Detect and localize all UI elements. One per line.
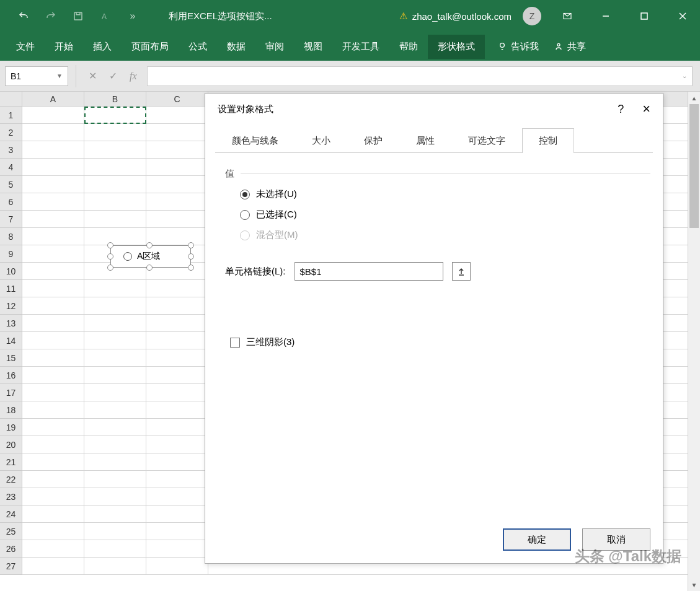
row-header[interactable]: 20 <box>0 436 22 453</box>
row-header[interactable]: 16 <box>0 367 22 384</box>
formula-input[interactable]: ⌄ <box>147 66 693 86</box>
resize-handle[interactable] <box>107 253 113 260</box>
minimize-icon[interactable] <box>588 0 623 32</box>
share-label: 共享 <box>567 41 586 53</box>
row-header[interactable]: 17 <box>0 384 22 401</box>
undo-icon[interactable] <box>12 5 35 27</box>
tell-me[interactable]: 告诉我 <box>497 41 539 53</box>
row-header[interactable]: 18 <box>0 401 22 419</box>
row-header[interactable]: 26 <box>0 540 22 558</box>
resize-handle[interactable] <box>188 242 194 248</box>
row-header[interactable]: 3 <box>0 141 22 159</box>
tab-insert[interactable]: 插入 <box>83 35 122 59</box>
tab-shapeformat[interactable]: 形状格式 <box>428 35 485 59</box>
row-header[interactable]: 24 <box>0 506 22 523</box>
scroll-down-icon[interactable]: ▼ <box>688 579 700 591</box>
row-header[interactable]: 27 <box>0 558 22 575</box>
dlg-tab-colors[interactable]: 颜色与线条 <box>215 128 295 153</box>
row-header[interactable]: 21 <box>0 453 22 471</box>
dlg-tab-properties[interactable]: 属性 <box>399 128 451 153</box>
tab-formulas[interactable]: 公式 <box>179 35 217 59</box>
col-header[interactable]: C <box>146 92 208 106</box>
resize-handle[interactable] <box>107 265 113 271</box>
row-header[interactable]: 9 <box>0 245 22 263</box>
resize-handle[interactable] <box>188 265 194 271</box>
row-header[interactable]: 23 <box>0 488 22 506</box>
maximize-icon[interactable] <box>627 0 662 32</box>
row-header[interactable]: 12 <box>0 297 22 315</box>
radio-unselected[interactable]: 未选择(U) <box>240 188 650 200</box>
row-header[interactable]: 14 <box>0 332 22 349</box>
expand-fbar-icon[interactable]: ⌄ <box>682 72 687 79</box>
save-icon[interactable] <box>67 5 89 27</box>
tab-developer[interactable]: 开发工具 <box>332 35 389 59</box>
close-icon[interactable] <box>665 0 700 32</box>
radio-mixed: 混合型(M) <box>240 229 650 241</box>
avatar[interactable]: Z <box>523 7 541 25</box>
tab-view[interactable]: 视图 <box>294 35 332 59</box>
cancel-formula-icon[interactable]: ✕ <box>89 70 97 82</box>
scroll-up-icon[interactable]: ▲ <box>688 92 700 104</box>
ok-button[interactable]: 确定 <box>503 528 571 551</box>
checkbox-icon <box>230 338 240 348</box>
tab-review[interactable]: 审阅 <box>255 35 294 59</box>
formula-bar-row: B1 ▼ ✕ ✓ fx ⌄ <box>0 61 700 92</box>
dlg-tab-size[interactable]: 大小 <box>295 128 347 153</box>
shadow3d-checkbox[interactable]: 三维阴影(3) <box>230 336 650 348</box>
share-button[interactable]: 共享 <box>554 41 586 53</box>
radio-icon <box>240 190 250 199</box>
tab-file[interactable]: 文件 <box>6 35 45 59</box>
row-header[interactable]: 22 <box>0 471 22 488</box>
dlg-tab-protection[interactable]: 保护 <box>347 128 399 153</box>
resize-handle[interactable] <box>146 242 153 248</box>
tab-help[interactable]: 帮助 <box>389 35 428 59</box>
scroll-thumb[interactable] <box>689 104 699 228</box>
fx-icon[interactable]: fx <box>130 71 137 82</box>
font-color-icon[interactable]: A <box>94 5 117 27</box>
row-header[interactable]: 8 <box>0 228 22 245</box>
row-header[interactable]: 5 <box>0 176 22 193</box>
row-header[interactable]: 25 <box>0 523 22 540</box>
enter-formula-icon[interactable]: ✓ <box>109 70 117 82</box>
row-header[interactable]: 19 <box>0 419 22 436</box>
row-header[interactable]: 4 <box>0 159 22 176</box>
resize-handle[interactable] <box>107 242 113 248</box>
radio-selected[interactable]: 已选择(C) <box>240 209 650 221</box>
user-email-text: zhao_talk@outlook.com <box>412 11 512 22</box>
dialog-help-button[interactable]: ? <box>618 103 624 116</box>
select-all-corner[interactable] <box>0 92 22 106</box>
dialog-title: 设置对象格式 <box>218 103 273 115</box>
range-picker-button[interactable] <box>452 262 471 281</box>
radio-label: 已选择(C) <box>256 209 297 221</box>
resize-handle[interactable] <box>188 253 194 260</box>
col-header[interactable]: B <box>84 92 146 106</box>
svg-point-8 <box>557 43 560 46</box>
dlg-tab-control[interactable]: 控制 <box>522 128 574 153</box>
row-header[interactable]: 10 <box>0 263 22 280</box>
row-header[interactable]: 1 <box>0 107 22 124</box>
row-header[interactable]: 15 <box>0 349 22 367</box>
svg-rect-4 <box>641 13 647 19</box>
name-box[interactable]: B1 ▼ <box>5 66 68 86</box>
tab-home[interactable]: 开始 <box>45 35 83 59</box>
qat-more-icon[interactable]: » <box>122 5 144 27</box>
vertical-scrollbar[interactable]: ▲ ▼ <box>688 92 700 591</box>
tab-pagelayout[interactable]: 页面布局 <box>122 35 179 59</box>
chevron-down-icon[interactable]: ▼ <box>56 72 63 79</box>
row-header[interactable]: 13 <box>0 315 22 332</box>
dialog-close-button[interactable]: × <box>642 101 650 117</box>
col-header[interactable]: A <box>22 92 84 106</box>
ribbon-display-icon[interactable] <box>550 0 585 32</box>
svg-text:A: A <box>102 12 107 21</box>
redo-icon[interactable] <box>40 5 62 27</box>
user-account[interactable]: ⚠ zhao_talk@outlook.com <box>399 11 512 22</box>
row-header[interactable]: 2 <box>0 124 22 141</box>
dlg-tab-alttext[interactable]: 可选文字 <box>451 128 522 153</box>
tab-data[interactable]: 数据 <box>217 35 255 59</box>
row-header[interactable]: 11 <box>0 280 22 297</box>
svg-point-7 <box>500 43 505 48</box>
resize-handle[interactable] <box>146 265 153 271</box>
row-header[interactable]: 7 <box>0 211 22 228</box>
cell-link-input[interactable]: $B$1 <box>295 262 443 281</box>
row-header[interactable]: 6 <box>0 193 22 211</box>
